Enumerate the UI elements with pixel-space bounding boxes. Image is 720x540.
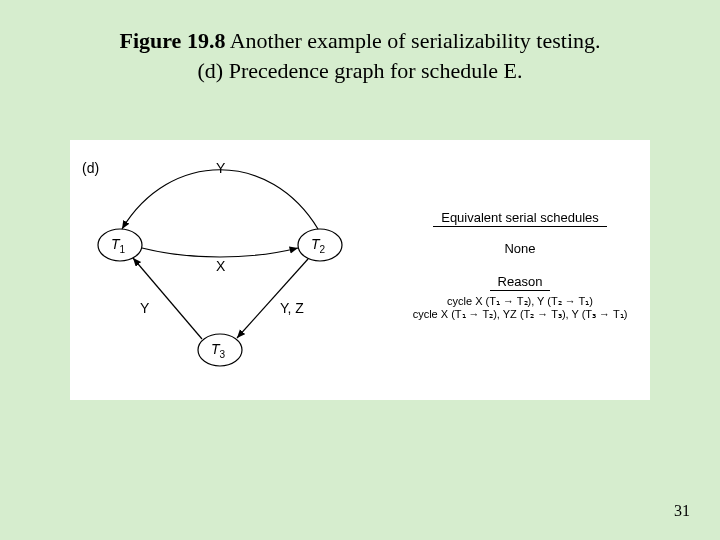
- page-number: 31: [674, 502, 690, 520]
- figure-number: Figure 19.8: [119, 28, 225, 53]
- figure-title: Figure 19.8 Another example of serializa…: [0, 26, 720, 85]
- equiv-value: None: [400, 241, 640, 256]
- edge-t2-t1: [122, 170, 318, 229]
- edge-label-mid-x: X: [216, 258, 225, 274]
- node-t1-label: T1: [111, 236, 125, 255]
- edge-t3-t1: [133, 258, 202, 339]
- edge-t1-t2: [142, 248, 298, 257]
- edge-label-left-y: Y: [140, 300, 149, 316]
- title-line1: Another example of serializability testi…: [225, 28, 600, 53]
- equiv-header: Equivalent serial schedules: [400, 210, 640, 227]
- slide: Figure 19.8 Another example of serializa…: [0, 0, 720, 540]
- title-line2: (d) Precedence graph for schedule E.: [198, 58, 523, 83]
- edge-t2-t3: [237, 259, 308, 338]
- side-text: Equivalent serial schedules None Reason …: [400, 210, 640, 321]
- edge-label-top-y: Y: [216, 160, 225, 176]
- edge-label-right-yz: Y, Z: [280, 300, 304, 316]
- node-t3-label: T3: [211, 341, 225, 360]
- cycle-2: cycle X (T₁ → T₂), YZ (T₂ → T₃), Y (T₃ →…: [400, 308, 640, 321]
- figure-panel: (d) T1 T2: [70, 140, 650, 400]
- reason-header: Reason: [400, 274, 640, 291]
- node-t2-label: T2: [311, 236, 325, 255]
- cycle-1: cycle X (T₁ → T₂), Y (T₂ → T₁): [400, 295, 640, 308]
